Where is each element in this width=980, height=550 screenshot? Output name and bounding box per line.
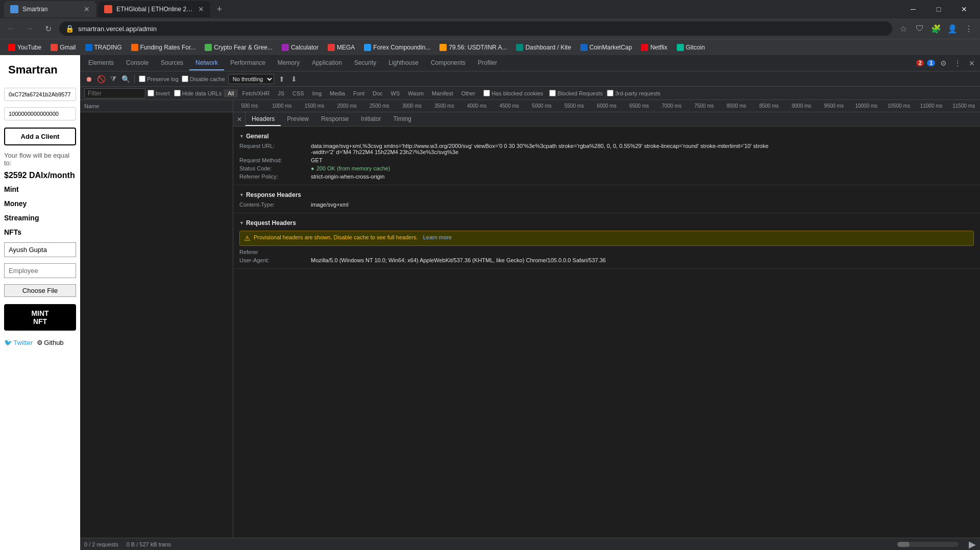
filter-font[interactable]: Font — [349, 89, 369, 97]
filter-fetch-xhr[interactable]: Fetch/XHR — [238, 89, 274, 97]
general-section-header[interactable]: General — [239, 131, 974, 142]
hide-data-urls-checkbox[interactable]: Hide data URLs — [174, 90, 222, 96]
tick-4000: 4000 ms — [460, 103, 493, 109]
more-icon[interactable]: ⋮ — [951, 57, 964, 69]
new-tab-button[interactable]: + — [212, 2, 227, 16]
settings-icon[interactable]: ⚙ — [937, 57, 949, 69]
extensions-icon[interactable]: 🧩 — [929, 21, 943, 36]
third-party-checkbox[interactable]: 3rd-party requests — [607, 90, 660, 96]
tab-ethglobal[interactable]: ETHGlobal | ETHOnline 2022 ✕ — [98, 1, 210, 17]
bookmark-gitcoin[interactable]: Gitcoin — [673, 43, 709, 52]
tick-3500: 3500 ms — [428, 103, 461, 109]
bookmark-netflix[interactable]: Netflix — [637, 43, 671, 52]
user-name-field[interactable]: Ayush Gupta — [4, 242, 76, 257]
learn-more-link[interactable]: Learn more — [423, 234, 452, 240]
filter-input[interactable] — [84, 88, 145, 98]
settings-icon[interactable]: ⋮ — [962, 21, 976, 36]
close-devtools-icon[interactable]: ✕ — [966, 57, 978, 69]
tick-6500: 6500 ms — [623, 103, 655, 109]
throttle-select[interactable]: No throttling — [228, 74, 274, 84]
bookmark-funding[interactable]: Funding Rates For... — [127, 43, 200, 52]
detail-close-icon[interactable]: ✕ — [233, 112, 246, 126]
tab-close-ethglobal[interactable]: ✕ — [198, 5, 204, 13]
filter-css[interactable]: CSS — [288, 89, 308, 97]
has-blocked-cookies-checkbox[interactable]: Has blocked cookies — [483, 90, 543, 96]
nav-item-money[interactable]: Money — [0, 196, 80, 211]
filter-ws[interactable]: WS — [387, 89, 404, 97]
detail-tab-headers[interactable]: Headers — [246, 112, 281, 126]
github-link[interactable]: ⚙Github — [37, 339, 63, 346]
tab-network[interactable]: Network — [189, 56, 224, 70]
tab-console[interactable]: Console — [120, 56, 155, 70]
twitter-link[interactable]: 🐦Twitter — [4, 339, 33, 346]
profile-icon[interactable]: 👤 — [945, 21, 960, 36]
preserve-log-checkbox[interactable]: Preserve log — [139, 76, 179, 82]
choose-file-button[interactable]: Choose File — [4, 284, 76, 297]
bookmark-label-youtube: YouTube — [17, 44, 41, 51]
tab-elements[interactable]: Elements — [82, 56, 120, 70]
detail-tab-response[interactable]: Response — [315, 112, 355, 126]
tab-memory[interactable]: Memory — [272, 56, 306, 70]
wallet-address-input[interactable] — [4, 88, 76, 101]
bookmark-icon[interactable]: ☆ — [896, 21, 911, 36]
disable-cache-checkbox[interactable]: Disable cache — [182, 76, 225, 82]
import-icon[interactable]: ⬆ — [277, 74, 286, 84]
filter-media[interactable]: Media — [326, 89, 349, 97]
nav-item-mint[interactable]: Mint — [0, 182, 80, 196]
bookmark-coinmarketcap[interactable]: CoinMarketCap — [576, 43, 636, 52]
horizontal-scrollbar[interactable] — [897, 542, 959, 547]
bookmark-trading[interactable]: TRADING — [81, 43, 126, 52]
resize-handle[interactable]: ▶ — [969, 539, 976, 550]
forward-button[interactable]: → — [22, 21, 37, 36]
filter-img[interactable]: Img — [308, 89, 326, 97]
bookmark-crypto-fear[interactable]: Crypto Fear & Gree... — [201, 43, 277, 52]
detail-tab-timing[interactable]: Timing — [387, 112, 418, 126]
filter-doc[interactable]: Doc — [369, 89, 387, 97]
reload-button[interactable]: ↻ — [41, 21, 55, 36]
tab-smartran[interactable]: Smartran ✕ — [4, 1, 96, 17]
minimize-button[interactable]: ─ — [901, 1, 925, 17]
bookmark-usdt[interactable]: 79.56: USDT/INR A... — [435, 43, 511, 52]
filter-icon[interactable]: ⧩ — [109, 74, 118, 84]
address-input[interactable]: smartran.vercel.app/admin — [78, 25, 886, 33]
tab-profiler[interactable]: Profiler — [472, 56, 503, 70]
close-button[interactable]: ✕ — [952, 1, 976, 17]
filter-other[interactable]: Other — [457, 89, 480, 97]
tab-lighthouse[interactable]: Lighthouse — [382, 56, 425, 70]
mint-nft-button[interactable]: MINT NFT — [4, 304, 76, 331]
bookmark-calculator[interactable]: Calculator — [278, 43, 323, 52]
bookmark-forex[interactable]: Forex Compoundin... — [360, 43, 434, 52]
search-icon[interactable]: 🔍 — [121, 74, 130, 84]
export-icon[interactable]: ⬇ — [289, 74, 299, 84]
tab-close-smartran[interactable]: ✕ — [84, 5, 90, 13]
tab-components[interactable]: Components — [425, 56, 472, 70]
filter-manifest[interactable]: Manifest — [428, 89, 457, 97]
detail-tab-preview[interactable]: Preview — [281, 112, 315, 126]
request-headers-section-header[interactable]: Request Headers — [239, 217, 974, 229]
tab-application[interactable]: Application — [306, 56, 348, 70]
clear-button[interactable]: 🚫 — [96, 74, 106, 84]
invert-checkbox[interactable]: Invert — [148, 90, 170, 96]
filter-js[interactable]: JS — [274, 89, 288, 97]
maximize-button[interactable]: □ — [927, 1, 950, 17]
separator-1 — [134, 75, 135, 83]
tab-sources[interactable]: Sources — [155, 56, 189, 70]
add-client-button[interactable]: Add a Client — [4, 128, 76, 145]
employee-field[interactable]: Employee — [4, 263, 76, 278]
response-headers-section-header[interactable]: Response Headers — [239, 189, 974, 201]
tab-performance[interactable]: Performance — [224, 56, 272, 70]
bookmark-dashboard[interactable]: Dashboard / Kite — [512, 43, 575, 52]
bookmark-gmail[interactable]: Gmail — [46, 43, 80, 52]
bookmark-mega[interactable]: MEGA — [324, 43, 359, 52]
nav-item-nfts[interactable]: NFTs — [0, 225, 80, 239]
back-button[interactable]: ← — [4, 21, 18, 36]
filter-all[interactable]: All — [224, 89, 238, 97]
record-button[interactable]: ⏺ — [84, 74, 93, 84]
filter-wasm[interactable]: Wasm — [404, 89, 428, 97]
amount-input[interactable] — [4, 107, 76, 120]
bookmark-youtube[interactable]: YouTube — [4, 43, 45, 52]
detail-tab-initiator[interactable]: Initiator — [355, 112, 387, 126]
blocked-requests-checkbox[interactable]: Blocked Requests — [549, 90, 603, 96]
nav-item-streaming[interactable]: Streaming — [0, 211, 80, 225]
tab-security[interactable]: Security — [348, 56, 382, 70]
